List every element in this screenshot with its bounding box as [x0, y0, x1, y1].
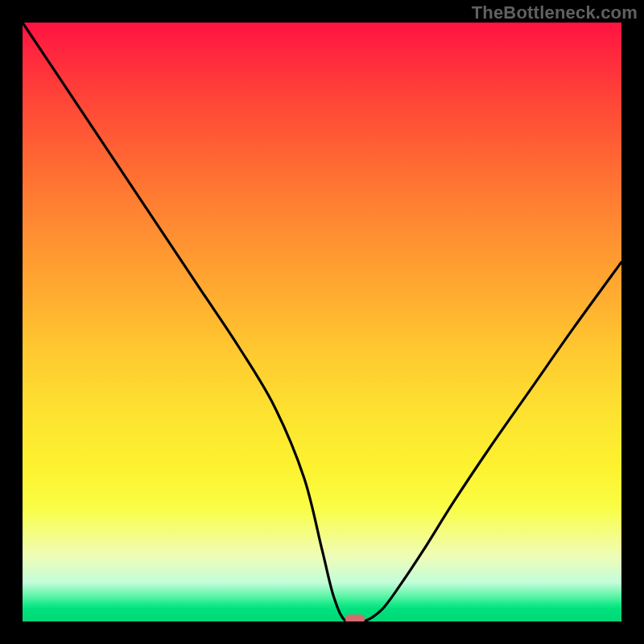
watermark-text: TheBottleneck.com [472, 2, 638, 23]
bottleneck-curve [23, 23, 621, 621]
minimum-marker [345, 615, 365, 622]
curve-line [23, 23, 621, 621]
chart-frame: TheBottleneck.com [0, 0, 644, 644]
plot-area [23, 23, 621, 621]
